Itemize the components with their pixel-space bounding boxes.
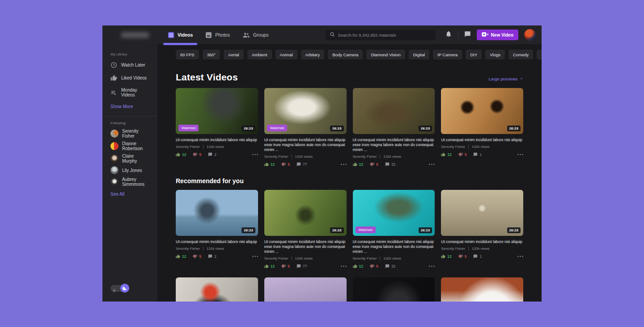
following-user[interactable]: Claire Murphy [102, 152, 157, 165]
dislike-button[interactable]: 5 [458, 254, 467, 259]
like-button[interactable]: 12 [264, 162, 275, 167]
video-title[interactable]: Ut consequat minim incididunt labore nis… [264, 239, 347, 254]
video-title[interactable]: Ut consequat minim incididunt labore nis… [176, 239, 258, 244]
following-user[interactable]: Aubrey Simmmons [102, 176, 157, 188]
following-user[interactable]: Dianne Robertson [102, 140, 157, 152]
more-options-button[interactable] [341, 265, 347, 267]
more-options-button[interactable] [517, 154, 523, 155]
chip-diy[interactable]: DIY [466, 50, 482, 59]
dislike-button[interactable]: 5 [281, 162, 290, 167]
chip-digital[interactable]: Digital [409, 50, 429, 59]
dislike-button[interactable]: 5 [370, 264, 378, 268]
chip-60fps[interactable]: 60 FPS [176, 50, 199, 59]
chip-comedy[interactable]: Comedy [508, 50, 533, 59]
search-input[interactable] [338, 33, 432, 38]
like-button[interactable]: 12 [176, 254, 186, 259]
like-button[interactable]: 12 [441, 152, 451, 157]
chip-animal[interactable]: Animal [275, 50, 297, 59]
following-user[interactable]: Lily Jones [102, 165, 157, 176]
search-bar[interactable] [326, 30, 436, 40]
dislike-button[interactable]: 5 [193, 254, 201, 259]
more-options-button[interactable] [429, 265, 435, 267]
chip-ambient[interactable]: Ambient [247, 50, 272, 59]
video-card[interactable] [353, 277, 435, 302]
following-user[interactable]: Serenity Fisher [102, 127, 157, 140]
video-card[interactable]: Watched 26:23 Ut consequat minim incidid… [176, 88, 258, 167]
channel-name[interactable]: Serenity Fisher [264, 155, 288, 159]
comments-button[interactable]: 1 [473, 152, 482, 157]
tab-videos[interactable]: Videos [168, 25, 193, 44]
dislike-button[interactable]: 5 [193, 152, 201, 157]
video-thumbnail[interactable] [441, 277, 523, 302]
video-thumbnail[interactable]: 26:23 [264, 190, 347, 236]
video-thumbnail[interactable]: Watched 26:23 [264, 88, 347, 134]
like-button[interactable]: 12 [353, 162, 363, 167]
video-title[interactable]: Ut consequat minim incididunt labore nis… [176, 138, 258, 143]
like-button[interactable]: 12 [353, 264, 363, 268]
channel-name[interactable]: Serenity Fisher [264, 256, 288, 260]
dislike-button[interactable]: 5 [458, 152, 467, 157]
chip-arbitary[interactable]: Arbitary [301, 50, 325, 59]
like-button[interactable]: 12 [264, 264, 275, 268]
comments-button[interactable]: 1 [473, 254, 482, 259]
dislike-button[interactable]: 5 [281, 264, 290, 268]
comments-button[interactable]: 32 [385, 162, 395, 167]
user-avatar[interactable] [524, 29, 536, 41]
library-show-more-link[interactable]: Show More [102, 101, 157, 113]
chip-memes[interactable]: Memes [537, 50, 542, 59]
video-thumbnail[interactable] [264, 277, 347, 302]
more-options-button[interactable] [252, 154, 258, 155]
more-options-button[interactable] [341, 164, 347, 165]
video-title[interactable]: Ut consequat minim incididunt labore nis… [353, 138, 435, 152]
video-thumbnail[interactable] [176, 277, 258, 302]
video-thumbnail[interactable]: 26:23 [176, 190, 258, 236]
like-button[interactable]: 12 [176, 152, 186, 157]
chip-ip-camera[interactable]: IP Camera [433, 50, 462, 59]
chip-body-camera[interactable]: Body Camera [328, 50, 363, 59]
video-thumbnail[interactable]: 26:23 [441, 190, 523, 236]
comments-button[interactable]: 32 [385, 264, 395, 268]
video-card[interactable]: 26:23 Ut consequat minim incididunt labo… [353, 88, 435, 167]
comments-button[interactable]: 77 [297, 162, 307, 167]
messages-chat-icon[interactable] [464, 31, 471, 39]
dislike-button[interactable]: 5 [370, 162, 378, 167]
following-see-all-link[interactable]: See All [102, 188, 157, 200]
video-title[interactable]: Ut consequat minim incididunt labore nis… [264, 138, 347, 152]
chip-diamond-vision[interactable]: Diamond Vision [366, 50, 405, 59]
video-thumbnail[interactable]: 26:23 [441, 88, 523, 134]
tab-photos[interactable]: Photos [205, 25, 230, 44]
video-title[interactable]: Ut consequat minim incididunt labore nis… [353, 239, 435, 254]
video-card[interactable] [264, 277, 347, 302]
video-thumbnail[interactable] [353, 277, 435, 302]
comments-button[interactable]: 2 [208, 254, 216, 259]
video-thumbnail[interactable]: Watched 26:23 [176, 88, 258, 134]
view-size-selector[interactable]: Large previews [489, 76, 523, 81]
more-options-button[interactable] [517, 256, 523, 257]
video-card[interactable]: 26:23 Ut consequat minim incididunt labo… [264, 190, 347, 268]
video-title[interactable]: Ut consequat minim incididunt labore nis… [441, 239, 523, 244]
channel-name[interactable]: Serenity Fisher [441, 145, 465, 149]
new-video-button[interactable]: New Video [477, 29, 518, 40]
video-card[interactable]: 26:23 Ut consequat minim incididunt labo… [441, 88, 523, 167]
video-card[interactable]: Watched 26:23 Ut consequat minim incidid… [353, 190, 435, 268]
channel-name[interactable]: Serenity Fisher [353, 155, 377, 159]
more-options-button[interactable] [429, 164, 435, 165]
chip-vlogs[interactable]: Vlogs [485, 50, 505, 59]
sidebar-item-monday-videos[interactable]: Monday Videos [102, 84, 157, 101]
like-button[interactable]: 12 [441, 254, 451, 259]
video-card[interactable] [441, 277, 523, 302]
channel-name[interactable]: Serenity Fisher [176, 145, 200, 149]
video-thumbnail[interactable]: Watched 26:23 [353, 190, 435, 236]
comments-button[interactable]: 2 [208, 152, 216, 157]
notifications-bell-icon[interactable] [445, 30, 452, 39]
channel-name[interactable]: Serenity Fisher [176, 247, 200, 251]
chip-360[interactable]: 360° [203, 50, 220, 59]
video-card[interactable] [176, 277, 258, 302]
channel-name[interactable]: Serenity Fisher [441, 247, 465, 251]
theme-toggle[interactable] [110, 284, 128, 293]
video-thumbnail[interactable]: 26:23 [353, 88, 435, 134]
more-options-button[interactable] [252, 256, 258, 257]
video-title[interactable]: Ut consequat minim incididunt labore nis… [441, 138, 523, 143]
tab-groups[interactable]: Groups [242, 25, 268, 44]
video-card[interactable]: Watched 26:23 Ut consequat minim incidid… [264, 88, 347, 167]
